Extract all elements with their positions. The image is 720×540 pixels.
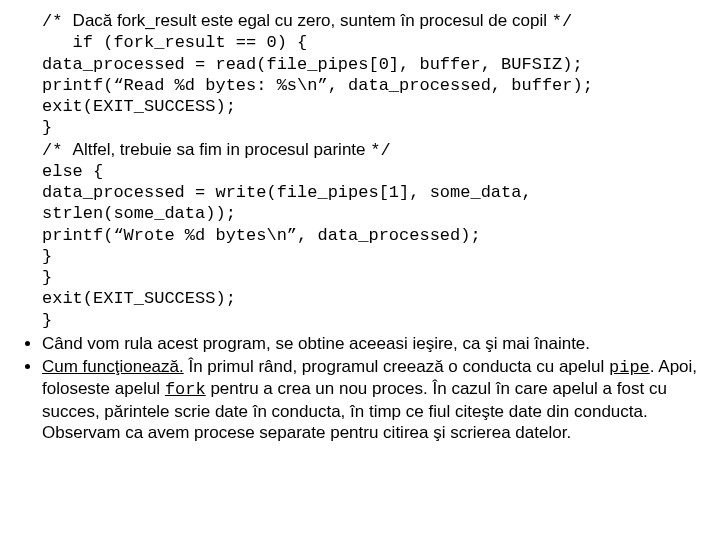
comment-2: /* Altfel, trebuie sa fim in procesul pa… [42,139,706,161]
how-it-works-label: Cum funcţionează. [42,357,184,376]
code-block-2: else { data_processed = write(file_pipes… [42,161,706,331]
comment-close: */ [552,12,572,31]
comment-close-2: */ [370,141,390,160]
bullet-run-program: Când vom rula acest program, se obtine a… [42,333,706,354]
bullet-list: /* Dacă fork_result este egal cu zero, s… [14,10,706,443]
bullet-how-it-works: Cum funcţionează. În primul rând, progra… [42,356,706,443]
comment-1-text: Dacă fork_result este egal cu zero, sunt… [73,11,552,30]
comment-1: /* Dacă fork_result este egal cu zero, s… [42,10,706,32]
code-pipe: pipe [609,358,650,377]
comment-open: /* [42,12,73,31]
comment-2-text: Altfel, trebuie sa fim in procesul parin… [73,140,371,159]
code-block-1: if (fork_result == 0) { data_processed =… [42,32,706,138]
how-text-1: În primul rând, programul creează o cond… [184,357,609,376]
slide-content: /* Dacă fork_result este egal cu zero, s… [0,0,720,455]
bullet-run-program-text: Când vom rula acest program, se obtine a… [42,334,590,353]
comment-open-2: /* [42,141,73,160]
code-fork: fork [165,380,206,399]
code-segment-1: /* Dacă fork_result este egal cu zero, s… [42,10,706,331]
